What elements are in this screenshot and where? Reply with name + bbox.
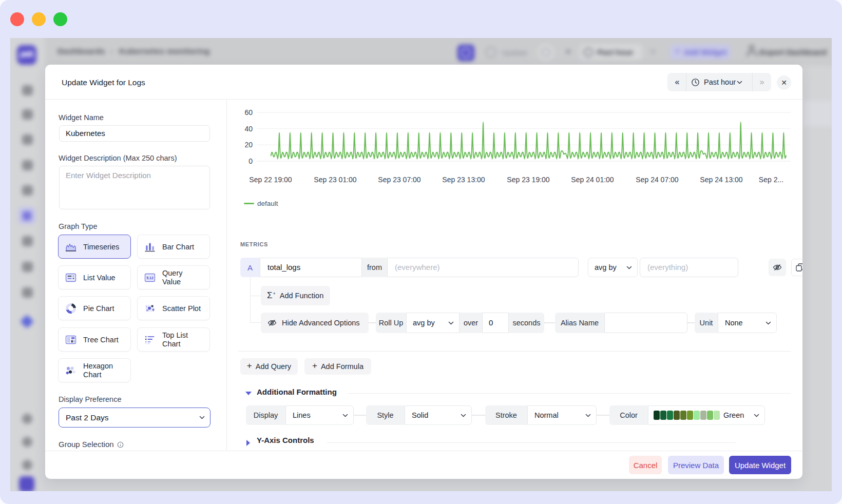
svg-text:5.12: 5.12 bbox=[146, 276, 154, 280]
